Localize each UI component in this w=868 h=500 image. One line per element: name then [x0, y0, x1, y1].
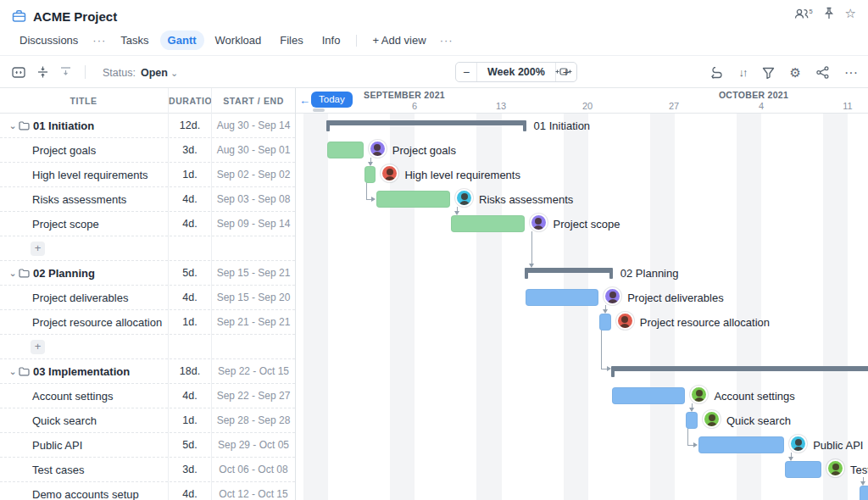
gantt-bar[interactable] — [785, 461, 821, 478]
row-title-cell: Risks assessments — [0, 187, 167, 212]
tab-files[interactable]: Files — [272, 31, 310, 50]
table-row[interactable]: ⌄03 Implementation18d.Sep 22 - Oct 15 — [0, 359, 295, 384]
row-duration: 4d. — [169, 187, 211, 212]
row-title: Project scope — [32, 218, 99, 231]
more-options-icon[interactable]: ··· — [844, 65, 858, 81]
table-row[interactable]: Risks assessments4d.Sep 03 - Sep 08 — [0, 187, 295, 212]
gantt-bar-label: High level requirements — [404, 163, 520, 187]
zoom-out-button[interactable]: − — [456, 65, 476, 79]
assignee-avatar — [703, 410, 721, 428]
row-dates: Oct 12 - Oct 15 — [212, 482, 295, 500]
add-task-button[interactable]: + — [31, 340, 45, 354]
tab-gantt[interactable]: Gantt — [160, 31, 204, 50]
tab-discussions[interactable]: Discussions — [12, 31, 86, 50]
week-tick-label: 11 — [843, 101, 852, 111]
gantt-toolbar: Status:Open⌄ − Week 200% + ↓↑ ⚙ ··· — [0, 57, 868, 88]
today-button[interactable]: Today — [311, 92, 353, 108]
row-dates: Sep 02 - Sep 02 — [212, 163, 295, 187]
table-row[interactable]: Project deliverables4d.Sep 15 - Sep 20 — [0, 286, 295, 310]
expand-view-icon[interactable] — [12, 67, 25, 78]
chevron-down-icon[interactable]: ⌄ — [7, 268, 19, 279]
table-row[interactable]: Test cases3d.Oct 06 - Oct 08 — [0, 458, 295, 482]
zoom-level-label[interactable]: Week 200% — [476, 63, 556, 81]
avatar-body — [459, 201, 470, 207]
table-row[interactable]: ⌄01 Initiation12d.Aug 30 - Sep 14 — [0, 114, 295, 138]
dependency-line — [601, 329, 602, 369]
chevron-down-icon[interactable]: ⌄ — [7, 366, 19, 377]
panel-divider[interactable] — [295, 88, 296, 500]
gantt-summary-bar[interactable] — [526, 268, 612, 273]
gantt-bar-label: Account settings — [714, 384, 794, 408]
column-divider[interactable] — [211, 88, 212, 500]
column-divider[interactable] — [168, 88, 169, 500]
row-title-cell: Test cases — [0, 458, 167, 482]
table-row[interactable]: Project scope4d.Sep 09 - Sep 14 — [0, 212, 295, 236]
table-row[interactable]: Account settings4d.Sep 22 - Sep 27 — [0, 384, 295, 408]
folder-icon — [19, 269, 30, 278]
gantt-bar-label: Quick search — [726, 408, 791, 433]
assignee-avatar — [826, 459, 844, 477]
collapse-all-icon[interactable] — [60, 66, 71, 78]
avatar-head — [461, 193, 468, 200]
sort-icon[interactable]: ↓↑ — [739, 66, 747, 79]
column-start-end[interactable]: START / END — [212, 88, 295, 114]
filter-icon[interactable] — [762, 67, 775, 79]
table-row[interactable]: ⌄02 Planning5d.Sep 15 - Sep 21 — [0, 261, 295, 286]
gantt-bar[interactable] — [612, 387, 686, 404]
settings-gear-icon[interactable]: ⚙ — [790, 66, 801, 79]
table-row[interactable]: Project resource allocation1d.Sep 21 - S… — [0, 310, 295, 335]
table-row[interactable]: Demo accounts setup4d.Oct 12 - Oct 15 — [0, 482, 295, 500]
avatar-head — [387, 169, 393, 175]
gantt-bar[interactable] — [526, 289, 599, 306]
collapse-rows-icon[interactable] — [37, 66, 48, 78]
fit-timeline-icon[interactable] — [555, 65, 572, 78]
add-view-button[interactable]: + Add view — [365, 31, 432, 50]
tab-tasks[interactable]: Tasks — [113, 31, 156, 50]
table-row[interactable]: + — [0, 335, 295, 359]
gantt-bar-label: 01 Initiation — [534, 114, 591, 138]
gantt-bar[interactable] — [686, 412, 698, 429]
gantt-bar[interactable] — [376, 191, 450, 208]
add-task-button[interactable]: + — [31, 242, 45, 256]
gantt-bar[interactable] — [364, 166, 376, 183]
gantt-bar[interactable] — [599, 314, 611, 331]
row-title: Project goals — [32, 144, 96, 157]
pin-icon[interactable] — [823, 7, 835, 19]
column-duration[interactable]: DURATION — [169, 88, 211, 114]
avatar-head — [621, 316, 628, 323]
dependency-arrow — [693, 442, 698, 447]
star-icon[interactable]: ☆ — [845, 7, 856, 19]
week-tick-label: 6 — [412, 101, 417, 111]
gantt-bar[interactable] — [860, 486, 868, 500]
status-filter-value[interactable]: Open — [141, 67, 168, 79]
row-title-cell: ⌄03 Implementation — [0, 359, 167, 384]
row-title: High level requirements — [32, 169, 148, 181]
scroll-back-arrow[interactable]: ← — [299, 94, 310, 107]
dependencies-icon[interactable] — [710, 67, 724, 79]
table-row[interactable]: Public API5d.Sep 29 - Oct 05 — [0, 433, 295, 458]
weekend-shading — [564, 114, 588, 500]
column-title[interactable]: TITLE — [0, 88, 167, 114]
members-icon[interactable]: 5 — [794, 8, 812, 19]
tab-info[interactable]: Info — [314, 31, 348, 50]
gantt-bar-label: Project deliverables — [627, 286, 723, 310]
gantt-summary-bar[interactable] — [327, 120, 526, 125]
share-icon[interactable] — [816, 66, 829, 79]
table-row[interactable]: Quick search1d.Sep 28 - Sep 28 — [0, 408, 295, 433]
gantt-app: ACME Project 5 ☆ Discussions···TasksGant… — [0, 0, 868, 500]
row-dates: Sep 15 - Sep 21 — [212, 261, 295, 286]
table-row[interactable]: Project goals3d.Aug 30 - Sep 01 — [0, 138, 295, 163]
table-row[interactable]: + — [0, 236, 295, 261]
row-dates: Sep 29 - Oct 05 — [212, 433, 295, 458]
tab-workload[interactable]: Workload — [208, 31, 270, 50]
tabs-overflow-button[interactable]: ··· — [89, 31, 109, 50]
chevron-down-icon[interactable]: ⌄ — [7, 120, 19, 131]
gantt-bar[interactable] — [327, 142, 364, 158]
dependency-line — [687, 427, 688, 445]
gantt-summary-bar[interactable] — [612, 366, 868, 371]
gantt-bar[interactable] — [451, 215, 525, 232]
views-more-button[interactable]: ··· — [437, 31, 457, 50]
avatar-body — [793, 447, 804, 453]
table-row[interactable]: High level requirements1d.Sep 02 - Sep 0… — [0, 163, 295, 187]
gantt-bar[interactable] — [698, 436, 784, 453]
